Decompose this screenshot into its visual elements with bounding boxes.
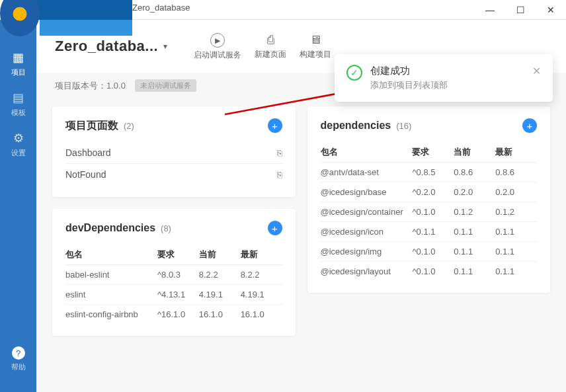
sidebar-item-template[interactable]: ▤ 模板 xyxy=(0,84,36,124)
dep-current: 0.1.1 xyxy=(454,242,495,262)
newpage-icon: ⎙ xyxy=(267,33,274,47)
dep-name: @antv/data-set xyxy=(321,163,413,182)
dep-name: @icedesign/icon xyxy=(321,222,413,242)
dep-latest: 16.1.0 xyxy=(241,305,282,325)
titlebar: Zero_database — ☐ ✕ xyxy=(0,0,566,20)
dep-current: 0.1.1 xyxy=(454,222,495,242)
add-dep-button[interactable]: + xyxy=(522,118,537,133)
table-header: 当前 xyxy=(199,245,241,265)
close-button[interactable]: ✕ xyxy=(536,0,566,20)
sidebar-item-label: 模板 xyxy=(11,108,26,118)
start-debug-button[interactable]: ▶ 启动调试服务 xyxy=(194,32,241,61)
dep-name: @icedesign/container xyxy=(321,202,413,222)
add-devdep-button[interactable]: + xyxy=(268,221,282,235)
table-header: 当前 xyxy=(454,142,495,163)
page-name: NotFound xyxy=(65,169,106,180)
table-row: @icedesign/base^0.2.00.2.00.2.0 xyxy=(321,182,538,202)
sidebar-item-help[interactable]: ? 帮助 xyxy=(0,340,36,379)
page-name: Dashboard xyxy=(65,147,111,158)
deps-table: 包名要求当前最新 @antv/data-set^0.8.50.8.60.8.6@… xyxy=(321,142,538,281)
help-icon: ? xyxy=(12,346,25,360)
dep-req: ^16.1.0 xyxy=(157,305,199,325)
page-row[interactable]: NotFound⎘ xyxy=(65,164,282,185)
dep-latest: 0.1.1 xyxy=(495,242,537,262)
project-icon: ▦ xyxy=(13,50,24,65)
dep-current: 0.1.2 xyxy=(454,202,495,222)
check-circle-icon: ✓ xyxy=(346,65,362,81)
table-header: 包名 xyxy=(321,142,413,163)
sidebar-item-label: 帮助 xyxy=(11,362,26,372)
window-title: Zero_database xyxy=(132,3,190,13)
dep-current: 0.2.0 xyxy=(454,182,495,202)
table-header: 包名 xyxy=(65,245,157,265)
page-row[interactable]: Dashboard⎘ xyxy=(65,142,282,164)
debug-status-badge: 未启动调试服务 xyxy=(135,79,196,92)
version-label: 项目版本号：1.0.0 xyxy=(55,80,126,92)
card-title: devDependencies xyxy=(65,222,155,234)
table-row: @icedesign/icon^0.1.10.1.10.1.1 xyxy=(321,222,538,242)
table-row: @icedesign/img^0.1.00.1.10.1.1 xyxy=(321,242,538,262)
table-row: eslint-config-airbnb^16.1.016.1.016.1.0 xyxy=(65,305,282,325)
action-label: 构建项目 xyxy=(300,49,331,60)
toast-message: 添加到项目列表顶部 xyxy=(370,79,524,91)
table-row: @icedesign/container^0.1.00.1.20.1.2 xyxy=(321,202,538,222)
dep-current: 0.1.1 xyxy=(454,262,495,282)
dep-latest: 0.2.0 xyxy=(495,182,537,202)
dep-req: ^0.1.0 xyxy=(412,202,454,222)
table-header: 要求 xyxy=(157,245,199,265)
dep-latest: 0.1.1 xyxy=(495,222,537,242)
sidebar-item-project[interactable]: ▦ 项目 xyxy=(0,44,36,84)
devdeps-table: 包名要求当前最新 babel-eslint^8.0.38.2.28.2.2esl… xyxy=(65,245,282,324)
dep-latest: 4.19.1 xyxy=(241,285,282,305)
dep-latest: 0.1.1 xyxy=(495,262,537,282)
build-project-button[interactable]: 🖥 构建项目 xyxy=(300,32,331,61)
card-title: 项目页面数 xyxy=(65,119,118,133)
page-action-icon[interactable]: ⎘ xyxy=(277,148,282,158)
success-toast: ✓ 创建成功 添加到项目列表顶部 ✕ xyxy=(335,54,553,102)
template-icon: ▤ xyxy=(13,91,24,105)
table-row: babel-eslint^8.0.38.2.28.2.2 xyxy=(65,265,282,285)
card-count: (16) xyxy=(396,121,411,131)
left-column: 项目页面数 (2) + Dashboard⎘NotFound⎘ devDepen… xyxy=(52,106,296,336)
content-grid: 项目页面数 (2) + Dashboard⎘NotFound⎘ devDepen… xyxy=(36,98,566,344)
dep-req: ^0.1.0 xyxy=(412,242,454,262)
window-controls: — ☐ ✕ xyxy=(475,0,566,20)
topbar-actions: ▶ 启动调试服务 ⎙ 新建页面 🖥 构建项目 xyxy=(194,32,331,61)
dep-current: 0.8.6 xyxy=(454,163,495,182)
project-dropdown-caret[interactable]: ▾ xyxy=(163,42,167,51)
card-count: (2) xyxy=(124,121,134,131)
title-band-2 xyxy=(40,20,132,36)
sidebar: ▦ 项目 ▤ 模板 ⚙ 设置 ? 帮助 xyxy=(0,20,36,392)
dep-req: ^0.1.0 xyxy=(412,262,454,282)
sidebar-item-label: 设置 xyxy=(11,148,26,158)
title-band xyxy=(33,0,132,20)
pages-card: 项目页面数 (2) + Dashboard⎘NotFound⎘ xyxy=(52,106,296,197)
minimize-button[interactable]: — xyxy=(475,0,505,20)
dep-latest: 0.8.6 xyxy=(495,163,537,182)
dep-current: 4.19.1 xyxy=(199,285,241,305)
dep-req: ^4.13.1 xyxy=(157,285,199,305)
sidebar-item-settings[interactable]: ⚙ 设置 xyxy=(0,124,36,165)
dep-req: ^8.0.3 xyxy=(157,265,199,285)
play-icon: ▶ xyxy=(210,33,225,48)
add-page-button[interactable]: + xyxy=(268,118,282,133)
new-page-button[interactable]: ⎙ 新建页面 xyxy=(255,32,286,61)
dep-name: eslint xyxy=(65,285,157,305)
table-header: 最新 xyxy=(495,142,537,163)
action-label: 新建页面 xyxy=(255,49,286,60)
card-count: (8) xyxy=(161,223,171,233)
table-header: 要求 xyxy=(412,142,454,163)
toast-title: 创建成功 xyxy=(370,65,524,77)
table-header: 最新 xyxy=(241,245,282,265)
page-action-icon[interactable]: ⎘ xyxy=(277,170,282,180)
right-column: dependencies (16) + 包名要求当前最新 @antv/data-… xyxy=(307,106,551,336)
card-title: dependencies xyxy=(321,120,391,132)
maximize-button[interactable]: ☐ xyxy=(505,0,536,20)
sidebar-item-label: 项目 xyxy=(11,67,26,77)
toast-close-button[interactable]: ✕ xyxy=(532,65,541,77)
dep-req: ^0.1.1 xyxy=(412,222,454,242)
table-row: eslint^4.13.14.19.14.19.1 xyxy=(65,285,282,305)
dep-current: 16.1.0 xyxy=(199,305,241,325)
gear-icon: ⚙ xyxy=(13,131,24,145)
project-title: Zero_databa... xyxy=(55,38,158,55)
